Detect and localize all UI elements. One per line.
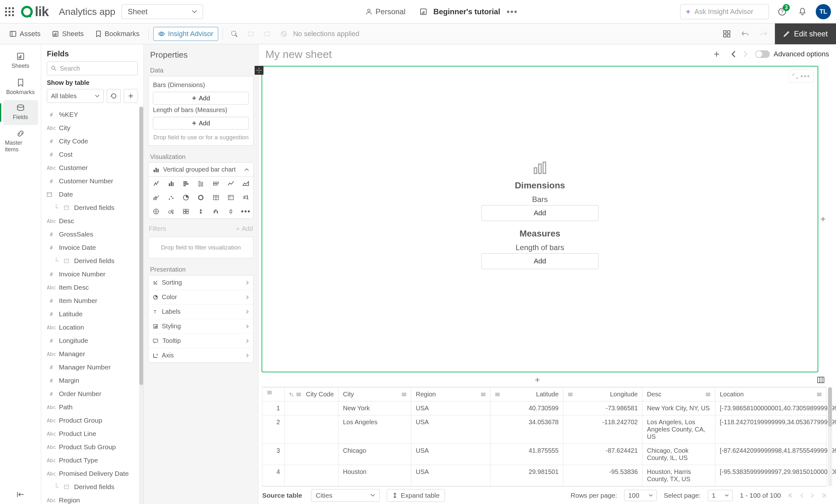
viz-map-icon[interactable]: [149, 205, 164, 218]
table-header[interactable]: Desc: [643, 388, 715, 402]
presentation-item[interactable]: TLabels: [149, 305, 253, 319]
undo-button[interactable]: [738, 27, 752, 41]
add-sheet-button[interactable]: [710, 47, 724, 61]
personal-menu[interactable]: Personal: [365, 7, 406, 16]
field-item[interactable]: AbcProduct Line: [41, 427, 144, 440]
field-item[interactable]: └Derived fields: [41, 201, 144, 214]
add-dimension-button[interactable]: Add: [153, 92, 249, 104]
viz-pivot-icon[interactable]: [223, 191, 238, 205]
add-bars-button[interactable]: Add: [481, 205, 598, 221]
add-right-button[interactable]: [818, 66, 828, 372]
field-item[interactable]: #Invoice Number: [41, 268, 144, 281]
presentation-item[interactable]: Axis: [149, 348, 253, 363]
viz-scatter-icon[interactable]: [164, 191, 178, 205]
field-item[interactable]: AbcCity: [41, 121, 144, 135]
field-item[interactable]: #Invoice Date: [41, 241, 144, 254]
presentation-item[interactable]: Color: [149, 290, 253, 305]
presentation-item[interactable]: Sorting: [149, 275, 253, 290]
viz-box-icon[interactable]: [223, 205, 238, 218]
field-item[interactable]: Date: [41, 188, 144, 201]
sheet-title[interactable]: My new sheet: [265, 48, 332, 60]
viz-area-icon[interactable]: [239, 177, 253, 191]
rail-master-items[interactable]: Master items: [3, 125, 38, 157]
rail-sheets[interactable]: Sheets: [3, 47, 38, 74]
more-menu-icon[interactable]: •••: [507, 7, 518, 17]
rail-fields[interactable]: Fields: [3, 100, 38, 125]
field-item[interactable]: AbcCustomer: [41, 161, 144, 174]
table-row[interactable]: 2Los AngelesUSA34.053678-118.242702Los A…: [263, 415, 826, 444]
edit-sheet-button[interactable]: Edit sheet: [775, 23, 836, 44]
presentation-item[interactable]: Styling: [149, 319, 253, 334]
table-header[interactable]: [263, 388, 285, 402]
drag-handle[interactable]: [254, 66, 264, 75]
viz-table-icon[interactable]: [208, 191, 223, 205]
field-item[interactable]: #Item Number: [41, 294, 144, 307]
viz-line-icon[interactable]: [223, 177, 238, 191]
bookmarks-button[interactable]: Bookmarks: [91, 27, 144, 40]
field-item[interactable]: AbcRegion: [41, 493, 144, 504]
field-item[interactable]: #Customer Number: [41, 174, 144, 188]
viz-current-row[interactable]: Vertical grouped bar chart: [148, 162, 254, 177]
field-item[interactable]: #Margin: [41, 374, 144, 387]
fields-scrollbar[interactable]: [139, 107, 144, 504]
add-length-button[interactable]: Add: [481, 253, 598, 269]
viz-grid-icon[interactable]: [178, 205, 193, 218]
add-measure-button[interactable]: Add: [153, 117, 249, 130]
field-item[interactable]: └Derived fields: [41, 480, 144, 493]
selections-tool-button[interactable]: [720, 27, 734, 41]
field-item[interactable]: └Derived fields: [41, 254, 144, 268]
tutorial-menu[interactable]: [420, 8, 427, 16]
field-item[interactable]: #City Code: [41, 135, 144, 148]
field-item[interactable]: AbcLocation: [41, 321, 144, 334]
fields-search[interactable]: Search: [47, 61, 138, 75]
tutorial-title[interactable]: Beginner's tutorial: [434, 7, 500, 16]
table-row[interactable]: 4HoustonUSA29.981501-95.53836Houston, Ha…: [263, 465, 826, 486]
table-select[interactable]: All tables: [47, 89, 103, 103]
presentation-item[interactable]: Tooltip: [149, 334, 253, 348]
app-launcher-icon[interactable]: [5, 7, 14, 16]
field-item[interactable]: AbcProduct Group: [41, 414, 144, 427]
field-item[interactable]: AbcManager: [41, 347, 144, 361]
expand-icon[interactable]: [792, 74, 798, 79]
viz-waterfall-icon[interactable]: [208, 205, 223, 218]
table-row[interactable]: 1New YorkUSA40.730599-73.986581New York …: [263, 402, 826, 415]
source-table-dropdown[interactable]: Cities: [311, 489, 380, 502]
field-item[interactable]: AbcProduct Sub Group: [41, 440, 144, 454]
table-row[interactable]: 3ChicagoUSA41.875555-87.624421Chicago, C…: [263, 444, 826, 465]
expand-table-button[interactable]: Expand table: [387, 489, 445, 502]
prev-sheet-button[interactable]: [731, 51, 736, 58]
field-item[interactable]: #%KEY: [41, 108, 144, 121]
viz-combo-icon[interactable]: [149, 191, 164, 205]
chart-more-icon[interactable]: •••: [800, 72, 810, 81]
sheet-dropdown[interactable]: Sheet: [121, 4, 203, 19]
rail-bookmarks[interactable]: Bookmarks: [3, 74, 38, 100]
table-layout-button[interactable]: [815, 374, 826, 386]
field-item[interactable]: #Manager Number: [41, 361, 144, 374]
add-below-button[interactable]: [262, 377, 813, 383]
viz-hbar-icon[interactable]: [178, 177, 193, 191]
viz-vbar-icon[interactable]: [164, 177, 178, 191]
insight-search[interactable]: Ask Insight Advisor: [680, 4, 769, 19]
table-header[interactable]: City: [339, 388, 411, 402]
viz-distribution-icon[interactable]: [193, 205, 208, 218]
viz-stacked-icon[interactable]: [193, 177, 208, 191]
field-item[interactable]: AbcDesc: [41, 214, 144, 228]
collapse-rail-button[interactable]: [16, 491, 25, 498]
viz-donut-icon[interactable]: [193, 191, 208, 205]
viz-more-icon[interactable]: •••: [239, 205, 253, 218]
smart-search-button[interactable]: [227, 27, 241, 41]
table-header[interactable]: Location: [715, 388, 826, 402]
field-item[interactable]: AbcPromised Delivery Date: [41, 467, 144, 480]
sheets-button[interactable]: Sheets: [48, 27, 88, 40]
select-page-select[interactable]: 1: [708, 490, 733, 501]
table-header[interactable]: Region: [411, 388, 491, 402]
viz-pie-icon[interactable]: [178, 191, 193, 205]
add-field-button[interactable]: [124, 89, 138, 103]
user-avatar[interactable]: TL: [816, 4, 831, 19]
field-item[interactable]: AbcPath: [41, 401, 144, 414]
field-item[interactable]: #Latitude: [41, 307, 144, 321]
table-scrollbar[interactable]: [828, 387, 832, 486]
table-header[interactable]: Longitude: [563, 388, 643, 402]
table-header[interactable]: Latitude: [491, 388, 563, 402]
field-item[interactable]: #Longitude: [41, 334, 144, 347]
